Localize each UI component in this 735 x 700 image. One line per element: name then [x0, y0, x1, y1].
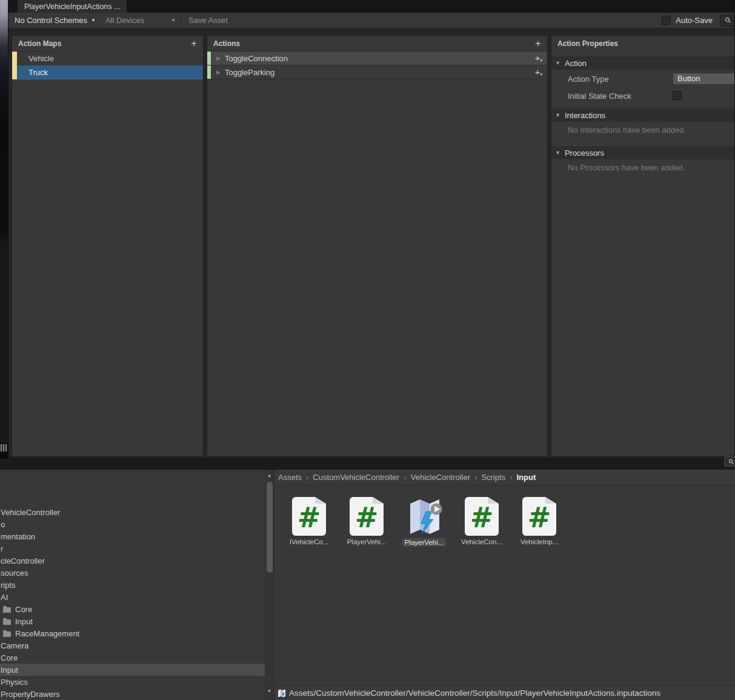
breadcrumb-item[interactable]: CustomVehicleController ›: [313, 473, 410, 482]
add-action-map-button[interactable]: +: [191, 38, 197, 48]
selected-asset-path: Assets/CustomVehicleController/VehicleCo…: [289, 688, 660, 698]
breadcrumb-label: Assets: [278, 473, 302, 482]
file-item[interactable]: # IVehicleCo...: [282, 496, 336, 547]
tree-item[interactable]: Core: [0, 603, 265, 615]
page-fold: [315, 497, 326, 504]
auto-save-checkbox[interactable]: [662, 16, 671, 25]
tree-item-label: Input: [15, 617, 33, 626]
action-label: ToggleConnection: [225, 54, 288, 63]
chevron-down-icon: ▾: [540, 58, 542, 63]
tree-rows: VehicleController o mentation r: [0, 506, 265, 700]
file-label: VehicleCon...: [459, 538, 505, 546]
project-search-field[interactable]: [724, 456, 735, 467]
foldout-triangle-icon: ▼: [555, 60, 560, 66]
file-item[interactable]: # VehicleCon...: [455, 496, 508, 547]
file-label: PlayerVehi...: [345, 538, 389, 546]
breadcrumb-separator: ›: [474, 473, 477, 482]
breadcrumb-item[interactable]: VehicleController ›: [411, 473, 482, 482]
tree-item[interactable]: AI: [0, 591, 265, 603]
folder-icon: [3, 619, 11, 625]
tree-scrollbar[interactable]: ▲ ▼: [265, 470, 274, 700]
status-bar: Assets/CustomVehicleController/VehicleCo…: [274, 685, 735, 700]
csharp-script-icon: #: [292, 497, 326, 536]
action-map-row[interactable]: Truck: [12, 65, 203, 79]
chevron-down-icon: ▼: [91, 18, 96, 23]
tree-item[interactable]: sources: [0, 567, 265, 579]
actions-title: Actions: [213, 39, 240, 48]
disclosure-triangle-icon[interactable]: ▶: [216, 55, 221, 61]
processors-section-foldout[interactable]: ▼ Processors: [551, 146, 735, 159]
search-icon: [728, 459, 734, 465]
disclosure-triangle-icon[interactable]: ▶: [216, 69, 221, 75]
initial-state-check-label: Initial State Check: [568, 92, 631, 101]
search-button[interactable]: [720, 15, 735, 27]
action-section-title: Action: [565, 59, 587, 68]
devices-dropdown[interactable]: All Devices ▼: [101, 13, 181, 28]
control-schemes-label: No Control Schemes: [15, 16, 87, 25]
scroll-up-icon[interactable]: ▲: [265, 473, 274, 478]
interactions-section-foldout[interactable]: ▼ Interactions: [551, 108, 735, 122]
file-item[interactable]: # PlayerVehi...: [340, 496, 393, 547]
tree-item[interactable]: r: [0, 542, 265, 555]
scroll-down-icon[interactable]: ▼: [265, 688, 274, 694]
window-tab[interactable]: PlayerVehicleInputActions ...: [18, 0, 127, 13]
tree-item[interactable]: Input: [0, 615, 265, 627]
chevron-down-icon: ▾: [540, 72, 542, 77]
save-asset-button[interactable]: Save Asset: [181, 16, 235, 25]
folder-icon: [3, 632, 11, 637]
tree-item[interactable]: cleController: [0, 555, 265, 567]
background-toolbar-icons: [1, 444, 7, 452]
tree-item[interactable]: Camera: [0, 639, 265, 652]
add-binding-button[interactable]: + ▾: [535, 53, 542, 64]
tree-item[interactable]: mentation: [0, 530, 265, 542]
actions-list: ▶ ToggleConnection + ▾ ▶ T: [207, 52, 547, 79]
scrollbar-thumb[interactable]: [267, 482, 273, 573]
interactions-section-title: Interactions: [565, 111, 605, 120]
interactions-empty-message: No Interactions have been added.: [568, 125, 735, 136]
add-action-button[interactable]: +: [535, 38, 541, 48]
action-map-row[interactable]: Vehicle: [12, 52, 203, 65]
breadcrumb: Assets › CustomVehicleController › Vehic…: [274, 470, 735, 485]
initial-state-check-checkbox[interactable]: [673, 91, 682, 100]
foldout-triangle-icon: ▼: [555, 112, 560, 118]
window-tab-bar: PlayerVehicleInputActions ...: [8, 0, 734, 13]
tree-item-label: Physics: [1, 678, 28, 687]
file-grid: # IVehicleCo...: [282, 496, 566, 547]
tree-item[interactable]: Physics: [0, 676, 265, 688]
page-fold: [373, 497, 384, 504]
action-map-color-chip: [12, 65, 17, 79]
action-row[interactable]: ▶ ToggleParking + ▾: [207, 65, 547, 79]
tree-item-label: RaceManagement: [15, 629, 79, 638]
action-type-dropdown[interactable]: Button: [673, 73, 735, 85]
action-maps-header: Action Maps +: [12, 36, 203, 52]
file-item[interactable]: # VehicleInp...: [513, 496, 566, 547]
control-schemes-dropdown[interactable]: No Control Schemes ▼: [10, 13, 101, 28]
action-maps-list: Vehicle Truck: [12, 52, 203, 79]
tree-item[interactable]: o: [0, 518, 265, 530]
tree-item[interactable]: ripts: [0, 579, 265, 591]
file-item[interactable]: # PlayerVehi...: [397, 496, 451, 547]
input-actions-toolbar: No Control Schemes ▼ All Devices ▼ Save …: [8, 13, 734, 28]
tree-item-label: ripts: [1, 581, 16, 590]
breadcrumb-label: CustomVehicleController: [313, 473, 399, 482]
breadcrumb-separator: ›: [404, 473, 406, 482]
breadcrumb-label: VehicleController: [411, 473, 470, 482]
action-properties-header: Action Properties: [551, 36, 735, 52]
tree-item[interactable]: Input: [0, 664, 265, 676]
tree-item[interactable]: Core: [0, 652, 265, 664]
tree-item[interactable]: VehicleController: [0, 506, 265, 518]
chevron-down-icon: ▼: [171, 18, 176, 23]
actions-panel: Actions + ▶ ToggleConnection + ▾: [207, 35, 548, 456]
breadcrumb-item[interactable]: Input: [516, 473, 544, 482]
file-label: VehicleInp...: [518, 538, 561, 546]
foldout-triangle-icon: ▼: [555, 150, 560, 156]
breadcrumb-item[interactable]: Scripts ›: [481, 473, 516, 482]
tree-item[interactable]: PropertyDrawers: [0, 688, 265, 700]
add-binding-button[interactable]: + ▾: [535, 67, 542, 78]
action-properties-title: Action Properties: [557, 39, 618, 48]
csharp-script-icon: #: [465, 497, 499, 536]
tree-item[interactable]: RaceManagement: [0, 627, 265, 639]
breadcrumb-item[interactable]: Assets ›: [278, 473, 313, 482]
action-section-foldout[interactable]: ▼ Action: [551, 56, 735, 70]
action-row[interactable]: ▶ ToggleConnection + ▾: [207, 52, 547, 65]
